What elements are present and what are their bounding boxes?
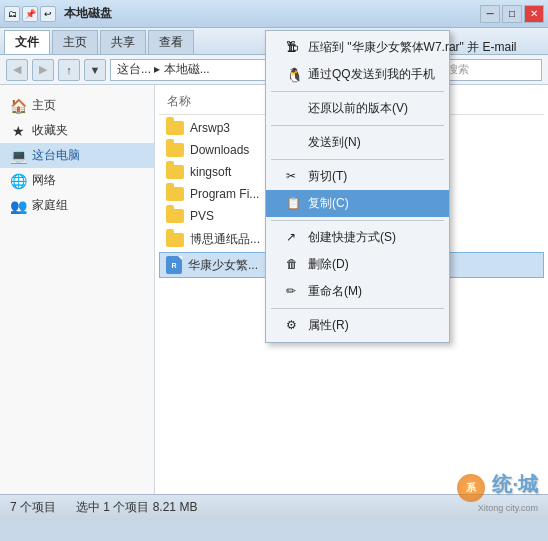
folder-icon (166, 187, 184, 201)
tab-view[interactable]: 查看 (148, 30, 194, 54)
file-name: 博思通纸品... (190, 231, 260, 248)
ctx-cut[interactable]: ✂ 剪切(T) (266, 163, 449, 190)
zip-icon: 🗜 (286, 40, 302, 56)
column-name: 名称 (167, 94, 191, 108)
undo-icon: ↩ (40, 6, 56, 22)
watermark-text: 统·城 (492, 473, 538, 495)
app-icon: 🗂 (4, 6, 20, 22)
title-bar-icons: 🗂 📌 ↩ (4, 6, 56, 22)
homegroup-icon: 👥 (10, 198, 26, 214)
context-menu: 🗜 压缩到 "华康少女繁体W7.rar" 并 E-mail 🐧 通过QQ发送到我… (265, 30, 450, 343)
sidebar-item-homegroup[interactable]: 👥 家庭组 (0, 193, 154, 218)
ctx-label: 删除(D) (308, 256, 349, 273)
tab-home[interactable]: 主页 (52, 30, 98, 54)
ctx-label: 重命名(M) (308, 283, 362, 300)
ctx-copy[interactable]: 📋 复制(C) (266, 190, 449, 217)
home-icon: 🏠 (10, 98, 26, 114)
favorites-icon: ★ (10, 123, 26, 139)
up-button[interactable]: ↑ (58, 59, 80, 81)
file-name: Arswp3 (190, 121, 230, 135)
ctx-separator (271, 125, 444, 126)
forward-button[interactable]: ▶ (32, 59, 54, 81)
sidebar-item-favorites-label: 收藏夹 (32, 122, 68, 139)
sidebar-item-homegroup-label: 家庭组 (32, 197, 68, 214)
sidebar-item-this-pc-label: 这台电脑 (32, 147, 80, 164)
ctx-compress-email[interactable]: 🗜 压缩到 "华康少女繁体W7.rar" 并 E-mail (266, 34, 449, 61)
file-name: PVS (190, 209, 214, 223)
ctx-create-shortcut[interactable]: ↗ 创建快捷方式(S) (266, 224, 449, 251)
file-name: 华康少女繁... (188, 257, 258, 274)
title-controls: ─ □ ✕ (480, 5, 544, 23)
ctx-send-qq[interactable]: 🐧 通过QQ发送到我的手机 (266, 61, 449, 88)
ctx-send-to[interactable]: 发送到(N) (266, 129, 449, 156)
ctx-properties[interactable]: ⚙ 属性(R) (266, 312, 449, 339)
minimize-button[interactable]: ─ (480, 5, 500, 23)
network-icon: 🌐 (10, 173, 26, 189)
folder-icon (166, 143, 184, 157)
file-name: Program Fi... (190, 187, 259, 201)
recent-locations-button[interactable]: ▼ (84, 59, 106, 81)
ctx-separator (271, 220, 444, 221)
properties-icon: ⚙ (286, 318, 302, 334)
this-pc-icon: 💻 (10, 148, 26, 164)
sidebar-item-home-label: 主页 (32, 97, 56, 114)
ctx-delete[interactable]: 🗑 删除(D) (266, 251, 449, 278)
ctx-label: 剪切(T) (308, 168, 347, 185)
search-placeholder: 搜索 (447, 62, 469, 77)
sidebar-item-home[interactable]: 🏠 主页 (0, 93, 154, 118)
rename-icon: ✏ (286, 284, 302, 300)
ctx-rename[interactable]: ✏ 重命名(M) (266, 278, 449, 305)
file-name: kingsoft (190, 165, 231, 179)
ctx-separator (271, 91, 444, 92)
ctx-label: 通过QQ发送到我的手机 (308, 66, 435, 83)
watermark-domain: Xitong city.com (457, 503, 538, 513)
back-button[interactable]: ◀ (6, 59, 28, 81)
sidebar-item-network[interactable]: 🌐 网络 (0, 168, 154, 193)
ctx-label: 压缩到 "华康少女繁体W7.rar" 并 E-mail (308, 39, 517, 56)
sidebar-item-network-label: 网络 (32, 172, 56, 189)
ctx-label: 发送到(N) (308, 134, 361, 151)
ctx-separator (271, 308, 444, 309)
item-count: 7 个项目 (10, 499, 56, 516)
restore-icon (286, 101, 302, 117)
quick-access-icon: 📌 (22, 6, 38, 22)
sidebar-item-favorites[interactable]: ★ 收藏夹 (0, 118, 154, 143)
folder-icon (166, 121, 184, 135)
sidebar: 🏠 主页 ★ 收藏夹 💻 这台电脑 🌐 网络 👥 家庭组 (0, 85, 155, 494)
folder-icon (166, 165, 184, 179)
qq-icon: 🐧 (286, 67, 302, 83)
window-title: 本地磁盘 (64, 5, 480, 22)
maximize-button[interactable]: □ (502, 5, 522, 23)
sendto-icon (286, 135, 302, 151)
watermark: 系 统·城 Xitong city.com (457, 471, 538, 513)
copy-icon: 📋 (286, 196, 302, 212)
folder-icon (166, 209, 184, 223)
ctx-label: 创建快捷方式(S) (308, 229, 396, 246)
file-name: Downloads (190, 143, 249, 157)
delete-icon: 🗑 (286, 257, 302, 273)
tab-share[interactable]: 共享 (100, 30, 146, 54)
cut-icon: ✂ (286, 169, 302, 185)
tab-file[interactable]: 文件 (4, 30, 50, 54)
watermark-dot: 系 (457, 474, 485, 502)
ctx-separator (271, 159, 444, 160)
rar-icon: R (166, 256, 182, 274)
ctx-label: 属性(R) (308, 317, 349, 334)
ctx-restore[interactable]: 还原以前的版本(V) (266, 95, 449, 122)
title-bar: 🗂 📌 ↩ 本地磁盘 ─ □ ✕ (0, 0, 548, 28)
close-button[interactable]: ✕ (524, 5, 544, 23)
sidebar-item-this-pc[interactable]: 💻 这台电脑 (0, 143, 154, 168)
path-text: 这台... ▸ 本地磁... (117, 61, 210, 78)
ctx-label: 复制(C) (308, 195, 349, 212)
folder-icon (166, 233, 184, 247)
selected-info: 选中 1 个项目 8.21 MB (76, 499, 197, 516)
shortcut-icon: ↗ (286, 230, 302, 246)
ctx-label: 还原以前的版本(V) (308, 100, 408, 117)
